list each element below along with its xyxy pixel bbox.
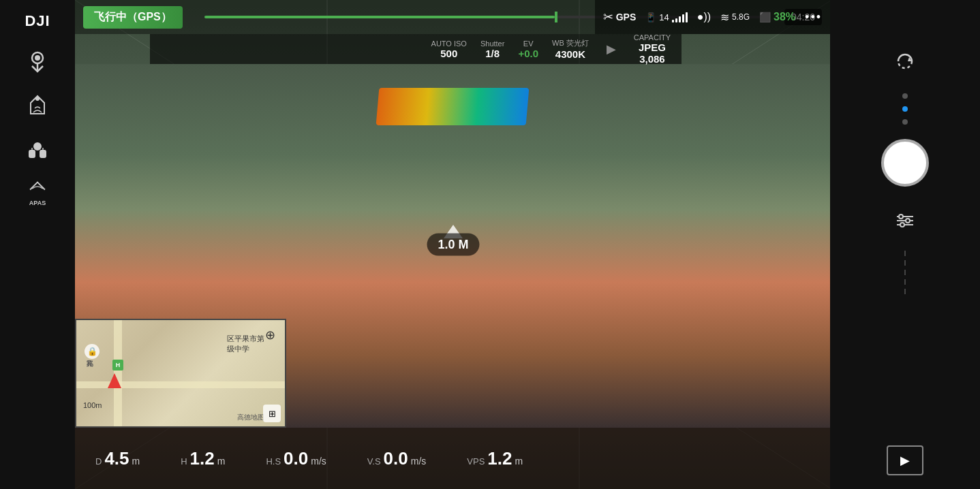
playback-icon: ▶ xyxy=(900,453,910,468)
svg-point-19 xyxy=(899,215,903,219)
v-dot-4 xyxy=(904,279,906,285)
left-sidebar: DJI APAS xyxy=(0,0,75,489)
phone-icon: 📱 xyxy=(645,12,656,22)
format-icon: ▶ xyxy=(607,42,616,57)
d-unit: m xyxy=(132,456,140,467)
mode-dot-2 xyxy=(902,106,908,112)
signal-strength: 14 xyxy=(659,12,669,22)
map-attribution-label: 高德地图 xyxy=(237,413,264,422)
mode-dot-1 xyxy=(902,93,908,99)
map-lock-icon[interactable]: 🔒 xyxy=(85,344,99,359)
ev-label: EV xyxy=(523,40,534,48)
svg-point-3 xyxy=(35,97,40,101)
color-temp-value: 4300K xyxy=(555,48,585,60)
d-value: 4.5 xyxy=(104,449,129,469)
apas-label: APAS xyxy=(29,200,46,206)
h-value: 1.2 xyxy=(190,449,215,469)
right-sidebar: ▶ xyxy=(830,0,980,489)
shutter-label: Shutter xyxy=(480,40,504,48)
playback-button[interactable]: ▶ xyxy=(887,445,923,475)
map-scale-label: 100m xyxy=(83,401,102,409)
vs-telemetry: V.S 0.0 m/s xyxy=(367,449,426,469)
svg-point-1 xyxy=(35,55,40,61)
vs-label: V.S xyxy=(367,456,381,467)
wb-group: WB 荧光灯 4300K xyxy=(552,38,589,60)
drone-visual xyxy=(376,88,530,125)
h-unit: m xyxy=(217,456,226,467)
home-marker: H xyxy=(112,360,123,370)
iso-label: AUTO ISO xyxy=(431,40,467,48)
flight-progress-fill xyxy=(204,16,555,18)
svg-point-5 xyxy=(36,145,39,148)
gps-label: GPS xyxy=(616,12,637,22)
ev-value: +0.0 xyxy=(518,48,538,59)
wifi-icon: ≋ xyxy=(720,11,729,24)
mode-dots xyxy=(902,91,908,127)
h-label: H xyxy=(181,456,187,467)
vps-label: VPS xyxy=(467,456,485,467)
telemetry-bar: D 4.5 m H 1.2 m H.S 0.0 m/s V.S 0.0 m/s … xyxy=(75,428,830,489)
mode-dot-3 xyxy=(902,119,908,125)
signal-bars xyxy=(672,12,688,22)
wifi-status: ≋ 5.8G xyxy=(720,11,750,24)
obstacle-icon: ●)) xyxy=(697,11,711,23)
signal-status: 📱 14 xyxy=(645,12,687,22)
progress-marker xyxy=(555,12,557,22)
minimap-inner: 区平果市第 级中学 礼宾路 100m 高德地图 ⊕ 🔒 H ⊞ xyxy=(76,320,285,426)
capacity-count: 3,086 xyxy=(639,53,665,65)
shutter-group: Shutter 1/8 xyxy=(480,40,504,59)
vs-value: 0.0 xyxy=(384,449,408,469)
sidebar-item-apas[interactable]: APAS xyxy=(19,174,56,211)
vps-value: 1.2 xyxy=(487,449,512,469)
distance-telemetry: D 4.5 m xyxy=(95,449,140,469)
svg-point-20 xyxy=(906,219,910,223)
drone-arrow xyxy=(108,373,121,388)
map-school-label: 区平果市第 级中学 xyxy=(227,334,264,354)
obstacle-status: ●)) xyxy=(697,11,711,23)
map-expand-button[interactable]: ⊞ xyxy=(263,405,281,422)
vps-telemetry: VPS 1.2 m xyxy=(467,449,523,469)
v-dot-2 xyxy=(904,260,906,266)
hs-telemetry: H.S 0.0 m/s xyxy=(266,449,326,469)
gps-icon: ✂ xyxy=(603,10,613,25)
shutter-button[interactable] xyxy=(881,139,929,187)
hs-value: 0.0 xyxy=(284,449,308,469)
ev-group: EV +0.0 xyxy=(518,40,538,59)
svg-point-21 xyxy=(900,223,904,227)
shutter-value: 1/8 xyxy=(485,48,500,59)
dji-logo: DJI xyxy=(25,12,50,30)
format-group: ▶ xyxy=(602,42,620,57)
more-icon: ••• xyxy=(805,10,822,25)
rotate-camera-button[interactable] xyxy=(885,41,925,82)
more-button[interactable]: ••• xyxy=(805,10,822,25)
battery-status: ⬛ 38% xyxy=(759,11,795,23)
gps-status: ✂ GPS xyxy=(603,10,637,25)
minimap[interactable]: 区平果市第 级中学 礼宾路 100m 高德地图 ⊕ 🔒 H ⊞ xyxy=(75,319,286,428)
iso-group: AUTO ISO 500 xyxy=(431,40,467,59)
height-telemetry: H 1.2 m xyxy=(181,449,225,469)
capacity-label: CAPACITY xyxy=(634,33,671,42)
vps-unit: m xyxy=(515,456,523,467)
hs-unit: m/s xyxy=(311,456,326,467)
status-indicators: ✂ GPS 📱 14 ●)) ≋ 5.8G ⬛ 38% ••• xyxy=(595,0,830,34)
capacity-format: JPEG xyxy=(639,42,666,53)
d-label: D xyxy=(95,456,102,467)
sidebar-item-intelligent[interactable] xyxy=(19,131,56,168)
wb-label: WB 荧光灯 xyxy=(552,38,589,48)
flight-status: 飞行中（GPS） xyxy=(83,6,183,29)
v-dot-1 xyxy=(904,251,906,256)
vs-unit: m/s xyxy=(411,456,427,467)
sidebar-item-download[interactable] xyxy=(19,44,56,80)
battery-percent: 38% xyxy=(774,11,795,23)
wifi-band: 5.8G xyxy=(732,12,750,22)
svg-rect-6 xyxy=(29,151,35,157)
camera-settings-bar: AUTO ISO 500 Shutter 1/8 EV +0.0 WB 荧光灯 … xyxy=(150,34,682,64)
svg-rect-7 xyxy=(40,151,46,157)
hs-label: H.S xyxy=(266,456,281,467)
map-crosshair-icon[interactable]: ⊕ xyxy=(260,326,279,345)
v-dot-5 xyxy=(904,289,906,294)
battery-icon: ⬛ xyxy=(759,12,771,22)
iso-value: 500 xyxy=(440,48,457,59)
camera-settings-button[interactable] xyxy=(885,200,925,241)
sidebar-item-return-home[interactable] xyxy=(19,87,56,124)
